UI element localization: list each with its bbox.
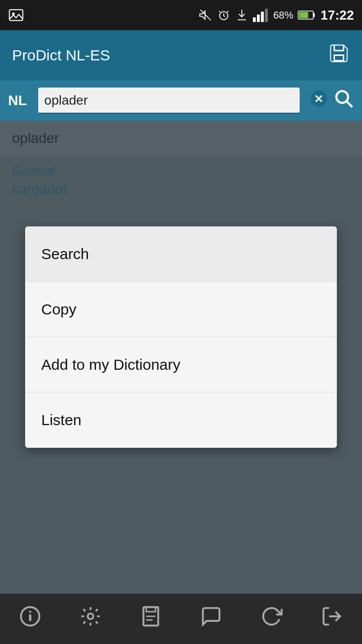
search-input-wrapper[interactable]: oplader [38,88,300,114]
menu-item-copy[interactable]: Copy [25,282,337,337]
save-button[interactable] [328,42,350,69]
menu-item-search[interactable]: Search [25,226,337,282]
svg-line-13 [346,101,352,107]
svg-rect-10 [334,55,343,60]
clear-button[interactable] [310,90,328,112]
bookmark-nav-button[interactable] [140,605,162,632]
settings-nav-button[interactable] [79,605,102,632]
bottom-nav [0,594,362,644]
svg-rect-5 [261,12,264,22]
svg-rect-9 [299,12,308,18]
mute-icon [199,8,213,22]
menu-item-listen-label: Listen [41,412,81,429]
svg-point-16 [29,611,31,613]
exit-nav-button[interactable] [321,605,343,632]
search-input-text: oplader [44,93,294,108]
language-label: NL [8,93,32,109]
svg-rect-6 [265,9,268,22]
image-icon [8,7,24,23]
svg-rect-3 [253,18,256,22]
app-title: ProDict NL-ES [12,47,110,64]
svg-rect-19 [146,607,155,612]
search-button[interactable] [334,89,354,113]
download-icon [235,8,249,22]
context-menu: Search Copy Add to my Dictionary Listen [25,226,337,448]
status-bar-left [8,0,24,30]
battery-icon [298,10,316,20]
content-area: oplader General cargador Search Copy Add… [0,121,362,644]
battery-text: 68% [273,10,293,21]
app-bar: ProDict NL-ES [0,30,362,80]
svg-point-17 [88,614,94,619]
status-icons: 68% [199,8,315,22]
chat-nav-button[interactable] [200,605,222,632]
menu-item-add-dict[interactable]: Add to my Dictionary [25,337,337,392]
menu-item-copy-label: Copy [41,301,76,318]
info-nav-button[interactable] [19,605,41,632]
menu-item-search-label: Search [41,246,89,263]
menu-item-add-dict-label: Add to my Dictionary [41,356,180,373]
status-time: 17:22 [321,8,354,23]
svg-rect-0 [10,10,23,20]
alarm-icon [217,8,231,22]
svg-point-12 [336,91,348,103]
refresh-nav-button[interactable] [260,605,283,632]
status-bar: 68% 17:22 [0,0,362,30]
search-bar: NL oplader [0,80,362,121]
svg-rect-8 [313,13,315,17]
menu-item-listen[interactable]: Listen [25,392,337,448]
svg-rect-4 [257,15,260,22]
signal-icon [253,8,269,22]
